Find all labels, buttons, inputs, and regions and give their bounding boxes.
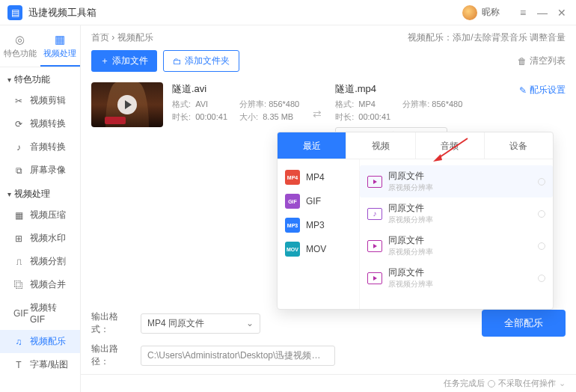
- sidebar-item[interactable]: ⊞视频水印: [0, 227, 80, 250]
- format-badge-icon: MP3: [285, 218, 300, 233]
- nav-icon: ♫: [13, 337, 24, 347]
- sidebar-item-label: 视频转换: [30, 117, 66, 130]
- nav-icon: T: [13, 360, 24, 370]
- trash-icon: 🗑: [518, 56, 527, 67]
- minimize-button[interactable]: —: [536, 7, 549, 19]
- page-description: 视频配乐：添加/去除背景音乐 调整音量: [408, 31, 566, 44]
- breadcrumb[interactable]: 首页 › 视频配乐: [91, 31, 153, 44]
- format-item[interactable]: MP4MP4: [278, 165, 359, 189]
- format-popup: 最近 视频 音频 设备 MP4MP4GIFGIFMP3MP3MOVMOV 同原文…: [277, 132, 554, 310]
- sidebar-item-label: 视频剪辑: [30, 94, 66, 107]
- format-badge-icon: GIF: [285, 194, 300, 209]
- caret-down-icon: ▾: [7, 76, 11, 84]
- nav-icon: GIF: [13, 308, 24, 319]
- video-icon: [367, 176, 382, 188]
- output-filename: 隧道.mp4: [335, 82, 462, 96]
- nav-icon: ⎍: [13, 257, 24, 267]
- sidebar-item[interactable]: ⟳视频转换: [0, 112, 80, 135]
- popup-tab-video[interactable]: 视频: [346, 132, 415, 159]
- nav-icon: ⿻: [13, 280, 24, 290]
- chevron-down-icon: ⌄: [246, 318, 254, 328]
- video-thumbnail[interactable]: [91, 82, 163, 127]
- nav-icon: ▦: [13, 210, 24, 221]
- caret-down-icon: ▾: [7, 190, 11, 198]
- format-item[interactable]: MOVMOV: [278, 237, 359, 261]
- after-task-value[interactable]: 不采取任何操作: [498, 378, 556, 389]
- music-settings-button[interactable]: ✎ 配乐设置: [519, 84, 566, 97]
- nav-icon: ⧉: [13, 165, 24, 176]
- user-avatar[interactable]: [462, 5, 477, 20]
- nav-icon: ⊞: [13, 233, 24, 244]
- preset-item[interactable]: 同原文件原视频分辨率: [360, 197, 553, 230]
- sidebar-item[interactable]: ⎍视频分割: [0, 250, 80, 273]
- user-nickname[interactable]: 昵称: [482, 6, 500, 19]
- output-path-label: 输出路径：: [91, 343, 133, 368]
- app-title: 迅捷视频工具箱: [28, 6, 96, 19]
- sidebar-item[interactable]: ♫视频配乐: [0, 330, 80, 353]
- preset-item[interactable]: 同原文件原视频分辨率: [360, 230, 553, 262]
- sidebar-item[interactable]: ⧉屏幕录像: [0, 159, 80, 182]
- target-icon: ◎: [0, 33, 40, 46]
- clear-list-button[interactable]: 🗑 清空列表: [518, 55, 566, 67]
- sidebar-item-label: 屏幕录像: [30, 164, 66, 177]
- menu-icon[interactable]: ≡: [516, 7, 530, 19]
- after-task-label: 任务完成后: [444, 378, 485, 389]
- radio-icon[interactable]: [538, 275, 545, 282]
- play-icon: [117, 95, 137, 114]
- output-format-label: 输出格式：: [91, 310, 133, 336]
- radio-icon[interactable]: [488, 380, 495, 388]
- rail-tab-special[interactable]: ◎ 特色功能: [0, 28, 40, 67]
- format-badge-icon: MOV: [285, 242, 300, 257]
- video-icon: [367, 272, 382, 284]
- add-file-button[interactable]: ＋ 添加文件: [91, 50, 157, 72]
- source-filename: 隧道.avi: [172, 82, 299, 96]
- radio-icon[interactable]: [538, 242, 545, 250]
- video-icon: [367, 240, 382, 252]
- sidebar-item[interactable]: ♪音频转换: [0, 135, 80, 159]
- nav-icon: ✂: [13, 96, 24, 106]
- sidebar-item[interactable]: ✂视频剪辑: [0, 89, 80, 112]
- sidebar-item[interactable]: ▦视频压缩: [0, 203, 80, 227]
- sidebar-item-label: 视频压缩: [30, 209, 66, 221]
- output-path-input[interactable]: C:\Users\Administrator\Desktop\迅捷视频工具: [141, 346, 335, 366]
- sidebar-item-label: 音频转换: [30, 141, 66, 153]
- popup-tab-recent[interactable]: 最近: [278, 132, 346, 159]
- rail-tab-process[interactable]: ▦ 视频处理: [40, 28, 81, 67]
- output-format-select[interactable]: MP4 同原文件 ⌄: [141, 313, 260, 334]
- nav-icon: ♪: [13, 142, 24, 153]
- nav-icon: ⟳: [13, 119, 24, 129]
- radio-icon[interactable]: [538, 210, 545, 218]
- sidebar-item-label: 视频合并: [30, 278, 66, 291]
- format-item[interactable]: GIFGIF: [278, 189, 359, 213]
- sidebar-item-label: 视频配乐: [30, 335, 66, 348]
- sidebar-item-label: 视频转GIF: [30, 301, 71, 325]
- popup-tab-audio[interactable]: 音频: [416, 132, 485, 159]
- preset-item[interactable]: 同原文件原视频分辨率: [360, 165, 553, 197]
- chevron-down-icon: ⌄: [559, 379, 566, 388]
- app-logo: ▤: [7, 5, 22, 20]
- film-icon: ▦: [40, 33, 81, 46]
- format-badge-icon: MP4: [285, 170, 300, 185]
- radio-icon[interactable]: [538, 178, 545, 186]
- sidebar-item[interactable]: ⿻视频合并: [0, 273, 80, 296]
- sidebar-item-label: 视频水印: [30, 232, 66, 245]
- convert-arrow-icon: ⇄: [308, 108, 326, 120]
- add-folder-button[interactable]: 🗀 添加文件夹: [163, 50, 239, 72]
- sidebar-item-label: 字幕/贴图: [30, 358, 68, 371]
- plus-icon: ＋: [100, 55, 109, 67]
- section-process[interactable]: ▾ 视频处理: [0, 182, 80, 203]
- preset-item[interactable]: 同原文件原视频分辨率: [360, 262, 553, 294]
- format-item[interactable]: MP3MP3: [278, 213, 359, 237]
- audio-icon: [367, 208, 382, 220]
- folder-icon: 🗀: [173, 56, 182, 67]
- popup-tab-device[interactable]: 设备: [485, 132, 553, 159]
- edit-icon: ✎: [519, 85, 527, 96]
- sidebar-item-label: 视频分割: [30, 255, 66, 268]
- section-special[interactable]: ▾ 特色功能: [0, 67, 80, 89]
- process-all-button[interactable]: 全部配乐: [482, 310, 566, 337]
- sidebar-item[interactable]: T字幕/贴图: [0, 353, 80, 376]
- close-button[interactable]: ✕: [555, 7, 569, 19]
- sidebar-item[interactable]: GIF视频转GIF: [0, 296, 80, 330]
